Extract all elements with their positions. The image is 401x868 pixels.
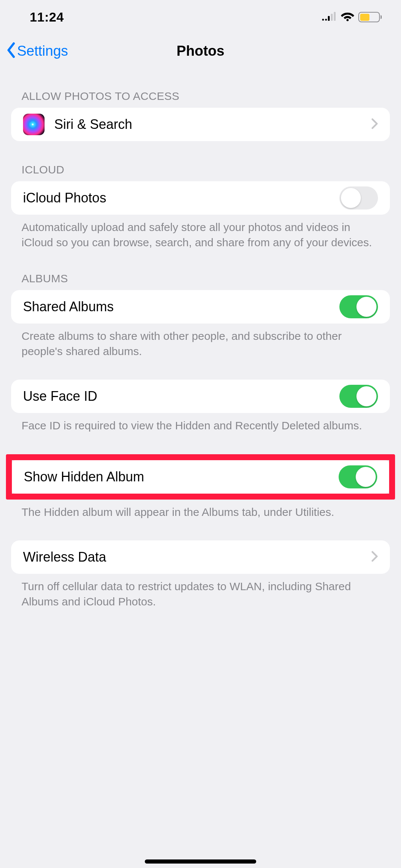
battery-icon (358, 12, 382, 22)
svg-rect-2 (328, 16, 330, 21)
status-bar: 11:24 (0, 0, 401, 34)
chevron-right-icon (371, 551, 378, 563)
cellular-icon (322, 12, 337, 22)
section-header-albums: ALBUMS (11, 250, 390, 290)
highlight-annotation: Show Hidden Album (6, 454, 395, 500)
use-face-id-footer: Face ID is required to view the Hidden a… (11, 413, 390, 433)
icloud-photos-row[interactable]: iCloud Photos (11, 181, 390, 215)
wifi-icon (341, 12, 354, 23)
shared-albums-toggle[interactable] (339, 295, 378, 318)
svg-point-5 (346, 19, 349, 21)
siri-search-label: Siri & Search (54, 117, 132, 132)
section-header-icloud: ICLOUD (11, 141, 390, 181)
show-hidden-album-toggle[interactable] (339, 465, 377, 488)
shared-albums-footer: Create albums to share with other people… (11, 324, 390, 359)
page-title: Photos (177, 43, 225, 59)
icloud-photos-toggle[interactable] (339, 186, 378, 209)
svg-rect-4 (334, 12, 336, 21)
show-hidden-album-footer: The Hidden album will appear in the Albu… (11, 500, 390, 520)
use-face-id-row[interactable]: Use Face ID (11, 380, 390, 413)
svg-point-1 (325, 19, 327, 21)
svg-rect-3 (331, 14, 333, 21)
show-hidden-album-label: Show Hidden Album (24, 469, 144, 485)
show-hidden-album-row[interactable]: Show Hidden Album (12, 460, 389, 494)
shared-albums-row[interactable]: Shared Albums (11, 290, 390, 324)
chevron-right-icon (371, 118, 378, 131)
home-indicator[interactable] (145, 859, 256, 864)
siri-icon (23, 114, 45, 135)
section-header-access: ALLOW PHOTOS TO ACCESS (11, 68, 390, 108)
chevron-left-icon (6, 42, 16, 60)
icloud-photos-footer: Automatically upload and safely store al… (11, 215, 390, 250)
status-time: 11:24 (30, 10, 64, 25)
nav-header: Settings Photos (0, 34, 401, 68)
icloud-photos-label: iCloud Photos (23, 190, 106, 206)
back-button[interactable]: Settings (6, 42, 68, 60)
back-label: Settings (17, 43, 68, 59)
wireless-data-footer: Turn off cellular data to restrict updat… (11, 574, 390, 609)
wireless-data-row[interactable]: Wireless Data (11, 540, 390, 574)
svg-point-0 (322, 19, 324, 21)
siri-search-row[interactable]: Siri & Search (11, 108, 390, 141)
use-face-id-toggle[interactable] (339, 385, 378, 408)
shared-albums-label: Shared Albums (23, 299, 114, 315)
status-indicators (322, 12, 382, 23)
use-face-id-label: Use Face ID (23, 389, 97, 404)
wireless-data-label: Wireless Data (23, 549, 106, 565)
